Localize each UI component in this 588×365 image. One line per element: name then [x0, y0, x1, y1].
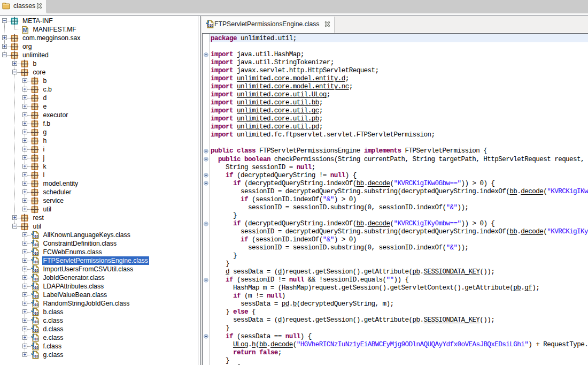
- svg-text:010: 010: [207, 23, 213, 28]
- svg-text:010: 010: [33, 354, 38, 359]
- svg-text:010: 010: [33, 251, 38, 256]
- svg-text:010: 010: [33, 311, 38, 316]
- svg-text:010: 010: [33, 337, 38, 341]
- svg-text:010: 010: [33, 302, 38, 307]
- svg-text:010: 010: [33, 268, 38, 273]
- svg-text:010: 010: [33, 277, 38, 282]
- svg-text:010: 010: [33, 320, 38, 324]
- svg-text:M: M: [23, 27, 28, 33]
- svg-text:010: 010: [33, 234, 38, 239]
- svg-text:010: 010: [33, 242, 38, 247]
- svg-text:010: 010: [33, 345, 38, 350]
- svg-text:010: 010: [33, 285, 38, 290]
- svg-text:010: 010: [33, 328, 38, 333]
- svg-text:010: 010: [33, 260, 38, 264]
- svg-text:010: 010: [33, 294, 38, 299]
